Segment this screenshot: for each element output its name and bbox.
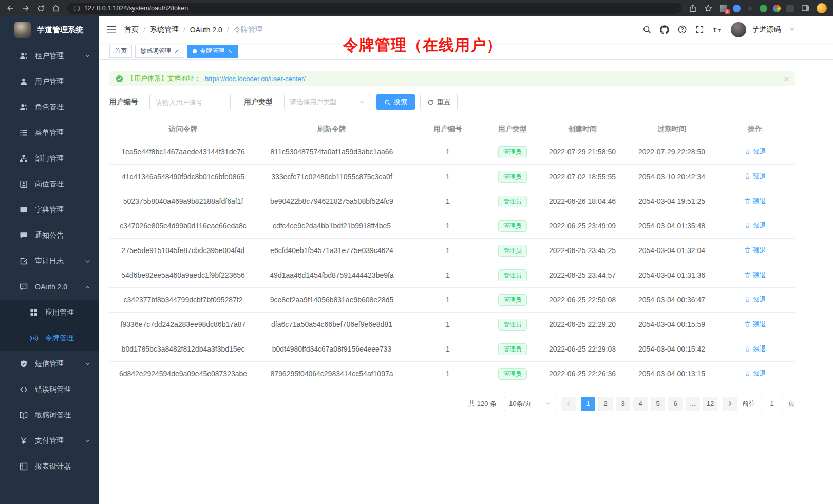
- browser-bookmark-icon[interactable]: [704, 4, 712, 12]
- table-row: 502375b8040a469a9b82188afdf6af1fbe90422b…: [109, 189, 795, 214]
- pagination-ellipsis[interactable]: ...: [686, 397, 700, 411]
- sidebar-item-tenant[interactable]: 租户管理: [0, 43, 99, 69]
- browser-address-bar[interactable]: 127.0.0.1:1024/system/oauth2/token: [67, 3, 681, 14]
- refresh-token-cell: cdfc4ce9c2da4bb1bdf21b9918ff4be5: [257, 214, 407, 238]
- sidebar-item-error-code[interactable]: 错误码管理: [0, 377, 99, 402]
- extension-icon[interactable]: [773, 5, 781, 12]
- breadcrumb-item[interactable]: OAuth 2.0: [190, 26, 222, 34]
- extension-icon[interactable]: [786, 5, 794, 12]
- browser-profile-avatar[interactable]: [817, 3, 827, 13]
- pagination-prev-button[interactable]: [561, 397, 576, 411]
- pagination-next-button[interactable]: [723, 397, 737, 411]
- sidebar-item-menu[interactable]: 菜单管理: [0, 120, 99, 146]
- pagination-page-4[interactable]: 4: [633, 397, 648, 411]
- browser-forward-icon[interactable]: [22, 4, 30, 12]
- user-menu-caret-icon[interactable]: [789, 27, 795, 32]
- pagination-page-1[interactable]: 1: [581, 397, 595, 411]
- pagination-page-5[interactable]: 5: [651, 397, 665, 411]
- search-button[interactable]: 搜索: [376, 94, 415, 110]
- force-logout-label: 强退: [753, 320, 766, 329]
- pagination-page-6[interactable]: 6: [668, 397, 683, 411]
- sidebar-item-notice[interactable]: 通知公告: [0, 223, 99, 248]
- user-type-cell: 管理员: [489, 164, 536, 189]
- force-logout-button[interactable]: 强退: [744, 246, 766, 255]
- search-icon[interactable]: [642, 25, 651, 34]
- extension-icon[interactable]: [760, 5, 767, 12]
- help-icon[interactable]: [678, 25, 687, 34]
- table-row: c347026e805e4d99b0d116eae66eda8ccdfc4ce9…: [109, 214, 795, 238]
- page-size-select[interactable]: 10条/页: [504, 397, 556, 411]
- browser-share-icon[interactable]: [689, 4, 697, 12]
- font-size-icon[interactable]: TT: [713, 25, 722, 34]
- force-logout-button[interactable]: 强退: [744, 221, 766, 230]
- created-time-cell: 2022-06-25 23:49:09: [536, 214, 629, 238]
- reset-button[interactable]: 重置: [420, 94, 458, 110]
- action-cell: 强退: [715, 312, 795, 337]
- tab-sensitive-word[interactable]: 敏感词管理: [135, 45, 184, 58]
- username[interactable]: 芋道源码: [752, 25, 781, 34]
- tab-close-icon[interactable]: [228, 49, 233, 54]
- sidebar-item-sensitive-word[interactable]: 敏感词管理: [0, 402, 99, 428]
- sidebar-item-pay[interactable]: 支付管理: [0, 428, 99, 454]
- sidebar-item-role[interactable]: 角色管理: [0, 94, 99, 120]
- sidebar-item-oauth2[interactable]: OAuth 2.0: [0, 274, 99, 300]
- table-row: 54d6be82ee5a460a9aedc1f9bf22365649d1aa46…: [109, 263, 795, 287]
- banner-text: 【用户体系】文档地址：: [127, 74, 201, 83]
- access-token-cell: c342377bf8b344799dcbf7bf095287f2: [109, 287, 257, 312]
- force-logout-button[interactable]: 强退: [744, 172, 766, 181]
- sidebar-item-oauth2-token[interactable]: 令牌管理: [0, 325, 99, 351]
- action-cell: 强退: [715, 263, 795, 287]
- dept-icon: [20, 154, 28, 163]
- extension-icon[interactable]: [733, 5, 741, 12]
- github-icon[interactable]: [660, 25, 669, 34]
- extension-icon[interactable]: [746, 5, 754, 12]
- user-type-badge: 管理员: [498, 146, 527, 158]
- notice-icon: [20, 231, 28, 240]
- fullscreen-icon[interactable]: [695, 25, 704, 34]
- doc-link[interactable]: https://doc.iocoder.cn/user-center/: [205, 75, 306, 83]
- browser-back-icon[interactable]: [6, 4, 14, 12]
- chevron-up-icon: [85, 284, 90, 290]
- pagination-page-2[interactable]: 2: [598, 397, 613, 411]
- extension-icon[interactable]: 0: [720, 5, 727, 12]
- force-logout-button[interactable]: 强退: [744, 197, 766, 206]
- sidebar-item-sms[interactable]: 短信管理: [0, 351, 99, 377]
- user-avatar[interactable]: [731, 22, 746, 37]
- user-type-select[interactable]: 请选择用户类型: [284, 94, 370, 110]
- force-logout-button[interactable]: 强退: [744, 295, 766, 304]
- browser-reload-icon[interactable]: [37, 5, 45, 12]
- sidebar-item-post[interactable]: 岗位管理: [0, 171, 99, 197]
- navbar-actions: TT 芋道源码: [642, 22, 795, 37]
- trash-icon: [744, 296, 751, 303]
- sidebar-item-audit-log[interactable]: 审计日志: [0, 248, 99, 274]
- sidebar-item-label: 错误码管理: [35, 385, 90, 394]
- breadcrumb-item[interactable]: 系统管理: [150, 25, 179, 34]
- tab-home[interactable]: 首页: [109, 45, 132, 58]
- site-info-icon[interactable]: [73, 5, 80, 12]
- sidebar-item-oauth2-app[interactable]: 应用管理: [0, 300, 99, 325]
- sidebar-item-report-designer[interactable]: 报表设计器: [0, 454, 99, 479]
- breadcrumb-item[interactable]: 首页: [124, 25, 139, 34]
- sidebar-item-dept[interactable]: 部门管理: [0, 146, 99, 171]
- pagination-page-12[interactable]: 12: [703, 397, 717, 411]
- force-logout-button[interactable]: 强退: [744, 344, 766, 354]
- browser-split-view-icon[interactable]: [801, 4, 809, 12]
- tab-close-icon[interactable]: [174, 49, 179, 54]
- access-token-cell: 41c41346a548490f9dc8b01c6bfe0865: [109, 164, 257, 189]
- force-logout-button[interactable]: 强退: [744, 270, 766, 280]
- force-logout-button[interactable]: 强退: [744, 147, 766, 157]
- sidebar-item-user[interactable]: 用户管理: [0, 69, 99, 94]
- table-row: 6d842e2924594de9a09e45e087323abe8796295f…: [109, 361, 795, 386]
- banner-close-icon[interactable]: ×: [784, 75, 789, 83]
- expire-time-cell: 2054-03-04 00:36:47: [629, 287, 715, 312]
- force-logout-button[interactable]: 强退: [744, 320, 766, 329]
- trash-icon: [744, 173, 751, 180]
- force-logout-button[interactable]: 强退: [744, 369, 766, 378]
- sidebar-toggle-icon[interactable]: [107, 25, 116, 34]
- user-id-input[interactable]: [149, 94, 231, 110]
- tab-oauth2-token[interactable]: 令牌管理: [187, 45, 238, 58]
- browser-home-icon[interactable]: [52, 4, 60, 12]
- pagination-page-3[interactable]: 3: [616, 397, 630, 411]
- goto-page-input[interactable]: [761, 397, 783, 411]
- sidebar-item-dict[interactable]: 字典管理: [0, 197, 99, 223]
